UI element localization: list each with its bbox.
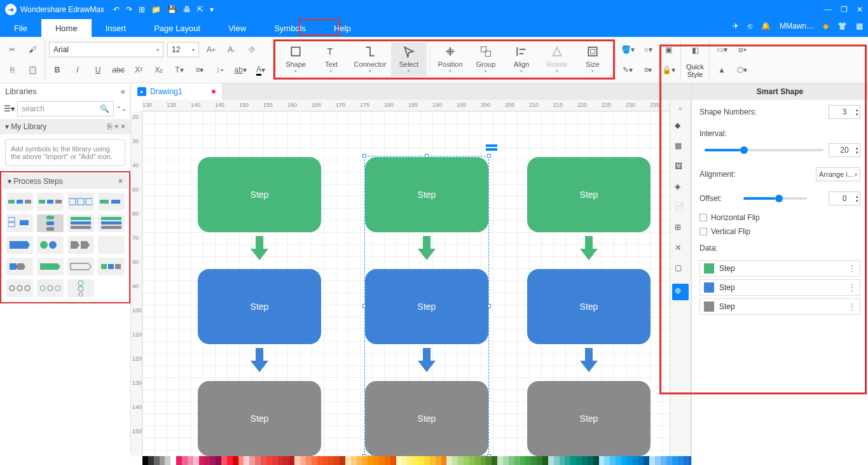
layers-tool-icon[interactable]: ◈	[675, 182, 686, 193]
color-swatch[interactable]	[385, 456, 390, 465]
shape-thumb[interactable]	[37, 279, 64, 297]
presentation-tool-icon[interactable]: ▢	[675, 263, 686, 275]
strike-icon[interactable]: abc	[110, 62, 127, 78]
highlight-icon[interactable]: ab▾	[232, 62, 249, 78]
search-expand-icon[interactable]: ⌃⌄	[116, 106, 127, 112]
color-swatch[interactable]	[283, 456, 289, 465]
color-swatch[interactable]	[182, 456, 188, 465]
shape-thumb[interactable]	[98, 258, 125, 275]
color-swatch[interactable]	[289, 456, 294, 465]
more-qa-icon[interactable]: ▾	[210, 5, 214, 14]
shape-thumb[interactable]	[98, 193, 125, 211]
save-icon[interactable]: 💾	[167, 5, 177, 14]
bold-icon[interactable]: B	[49, 62, 65, 78]
color-swatch[interactable]	[328, 456, 334, 465]
font-size-select[interactable]: 12▾	[167, 42, 199, 57]
grid-tool-icon[interactable]: ▦	[675, 141, 686, 153]
tool-text[interactable]: TText▾	[313, 43, 349, 76]
smart-shape-tool-icon[interactable]: ⊕	[672, 284, 689, 300]
shape-thumb[interactable]	[6, 214, 33, 232]
shape-thumb[interactable]	[67, 258, 94, 275]
color-swatch[interactable]	[560, 456, 565, 465]
export-icon[interactable]: ⇱	[197, 5, 203, 14]
color-swatch[interactable]	[588, 456, 593, 465]
color-swatch[interactable]	[424, 456, 430, 465]
color-swatch[interactable]	[340, 456, 345, 465]
shuffle-tool-icon[interactable]: ⤨	[675, 243, 686, 254]
color-swatch[interactable]	[610, 456, 616, 465]
combine-icon[interactable]: ⬡▾	[734, 62, 750, 78]
open-icon[interactable]: 📁	[151, 5, 161, 14]
underline-icon[interactable]: U	[90, 62, 106, 78]
color-swatch[interactable]	[655, 456, 661, 465]
offset-slider[interactable]	[743, 197, 807, 200]
shape-thumb[interactable]	[6, 193, 33, 211]
step-shape[interactable]: Step	[198, 269, 321, 344]
fill-tool-icon[interactable]: ◆	[675, 121, 686, 132]
color-swatch[interactable]	[441, 456, 447, 465]
shape-thumb[interactable]	[37, 193, 64, 211]
my-library-header[interactable]: ▾ My Library ⎘ + ×	[0, 119, 130, 134]
replace-shape-icon[interactable]: ▭▾	[713, 41, 730, 58]
color-swatch[interactable]	[357, 456, 362, 465]
color-swatch[interactable]	[582, 456, 588, 465]
subscript-icon[interactable]: X₂	[151, 62, 167, 78]
color-swatch[interactable]	[261, 456, 266, 465]
color-swatch[interactable]	[249, 456, 255, 465]
redo-icon[interactable]: ↷	[126, 5, 132, 14]
color-swatch[interactable]	[351, 456, 357, 465]
color-swatch[interactable]	[621, 456, 627, 465]
case-icon[interactable]: T▾	[171, 62, 188, 78]
maximize-icon[interactable]: ❐	[841, 5, 848, 14]
color-swatch[interactable]	[599, 456, 605, 465]
data-row[interactable]: Step⋮	[699, 298, 860, 315]
color-swatch[interactable]	[492, 456, 497, 465]
interval-slider[interactable]	[705, 149, 823, 151]
color-swatch[interactable]	[446, 456, 452, 465]
color-swatch[interactable]	[272, 456, 278, 465]
color-swatch[interactable]	[323, 456, 329, 465]
color-swatch[interactable]	[661, 456, 666, 465]
color-swatch[interactable]	[475, 456, 481, 465]
color-swatch[interactable]	[644, 456, 649, 465]
color-swatch[interactable]	[306, 456, 312, 465]
font-shrink-icon[interactable]: A-	[223, 41, 240, 58]
data-row[interactable]: Step⋮	[699, 279, 860, 296]
color-swatch[interactable]	[210, 456, 216, 465]
color-swatch[interactable]	[266, 456, 272, 465]
shape-thumb[interactable]	[6, 236, 33, 254]
color-swatch[interactable]	[430, 456, 436, 465]
tab-file[interactable]: File	[0, 19, 41, 37]
image-tool-icon[interactable]: 🖼	[675, 162, 686, 173]
tool-size[interactable]: Size▾	[575, 43, 610, 76]
color-swatch[interactable]	[188, 456, 193, 465]
color-swatch[interactable]	[142, 456, 148, 465]
shape-numbers-input[interactable]: 3▴▾	[829, 105, 860, 119]
tab-insert[interactable]: Insert	[92, 19, 141, 37]
color-swatch[interactable]	[154, 456, 160, 465]
step-shape[interactable]: Step	[365, 269, 488, 344]
tab-home[interactable]: Home	[41, 19, 92, 37]
color-swatch[interactable]	[537, 456, 542, 465]
color-swatch[interactable]	[514, 456, 520, 465]
page-tool-icon[interactable]: 📄	[675, 202, 686, 214]
color-swatch[interactable]	[452, 456, 458, 465]
color-swatch[interactable]	[633, 456, 638, 465]
color-swatch[interactable]	[576, 456, 582, 465]
share-icon[interactable]: ⎋	[748, 22, 752, 31]
color-swatch[interactable]	[373, 456, 379, 465]
process-steps-header[interactable]: ▾ Process Steps ×	[3, 174, 128, 189]
font-color-icon[interactable]: A▾	[252, 62, 269, 78]
color-swatch[interactable]	[379, 456, 385, 465]
horizontal-flip-checkbox[interactable]: Horizontal Flip	[692, 211, 868, 225]
bell-icon[interactable]: 🔔	[761, 22, 771, 31]
color-swatch[interactable]	[565, 456, 570, 465]
undo-icon[interactable]: ↶	[113, 5, 120, 14]
color-swatch[interactable]	[554, 456, 560, 465]
library-menu-icon[interactable]: ☰▾	[4, 104, 15, 113]
tool-select[interactable]: Select▾	[391, 43, 427, 76]
color-swatch[interactable]	[407, 456, 413, 465]
shape-thumb[interactable]	[67, 214, 94, 232]
step-shape[interactable]: Step	[527, 269, 651, 344]
color-swatch[interactable]	[548, 456, 554, 465]
